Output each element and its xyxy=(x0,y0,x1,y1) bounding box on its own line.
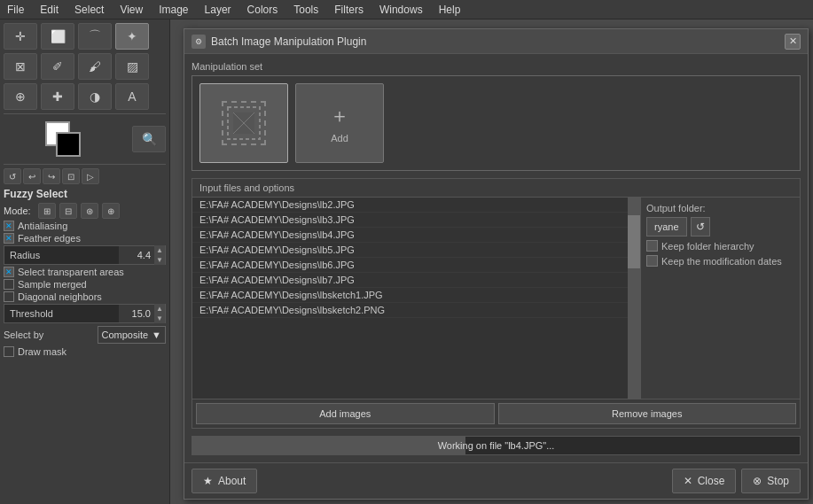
tool-lasso[interactable]: ⌒ xyxy=(78,23,112,50)
menu-tools[interactable]: Tools xyxy=(290,2,322,18)
tool-grid-2: ⊠ ✐ 🖌 ▨ xyxy=(4,53,166,80)
stop-button[interactable]: ⊗ Stop xyxy=(741,469,801,493)
ctrl-expand[interactable]: ▷ xyxy=(82,168,99,184)
threshold-spin[interactable]: ▲ ▼ xyxy=(154,304,165,323)
transparent-row: ✕ Select transparent areas xyxy=(4,267,166,277)
close-button-label: Close xyxy=(698,475,725,487)
threshold-row: Threshold 15.0 ▲ ▼ xyxy=(4,304,166,323)
diagonal-label: Diagonal neighbors xyxy=(18,291,102,302)
output-folder-button[interactable]: ryane xyxy=(646,217,687,236)
manipulation-set-label: Manipulation set xyxy=(192,61,801,72)
dialog-title-text: Batch Image Manipulation Plugin xyxy=(211,35,366,48)
antialiasing-check[interactable]: ✕ xyxy=(4,221,14,231)
manipulation-item-1[interactable] xyxy=(199,83,288,163)
tool-move[interactable]: ✛ xyxy=(4,23,37,50)
menu-filters[interactable]: Filters xyxy=(331,2,367,18)
radius-value[interactable]: 4.4 xyxy=(119,246,154,264)
add-manipulation-button[interactable]: ＋ Add xyxy=(295,83,384,163)
file-item-8[interactable]: E:\FA# ACADEMY\Designs\lbsketch2.PNG xyxy=(192,303,628,318)
file-item-5[interactable]: E:\FA# ACADEMY\Designs\lb6.JPG xyxy=(192,258,628,273)
file-item-6[interactable]: E:\FA# ACADEMY\Designs\lb7.JPG xyxy=(192,273,628,288)
feather-label: Feather edges xyxy=(18,233,81,244)
add-icon: ＋ xyxy=(330,103,349,129)
scrollbar-thumb[interactable] xyxy=(628,215,640,268)
tool-dodge[interactable]: ◑ xyxy=(78,83,112,110)
tool-rect-select[interactable]: ⬜ xyxy=(41,23,74,50)
mode-btn-4[interactable]: ⊕ xyxy=(102,203,120,219)
sample-check[interactable] xyxy=(4,279,14,290)
input-content: E:\FA# ACADEMY\Designs\lb2.JPG E:\FA# AC… xyxy=(192,198,800,399)
file-item-3[interactable]: E:\FA# ACADEMY\Designs\lb4.JPG xyxy=(192,228,628,243)
tool-crop[interactable]: ⊠ xyxy=(4,53,37,80)
radius-spin[interactable]: ▲ ▼ xyxy=(154,245,165,265)
threshold-up[interactable]: ▲ xyxy=(154,304,165,314)
tool-zoom[interactable]: 🔍 xyxy=(132,126,166,152)
threshold-value[interactable]: 15.0 xyxy=(119,305,154,322)
file-item-2[interactable]: E:\FA# ACADEMY\Designs\lb3.JPG xyxy=(192,213,628,228)
about-button[interactable]: ★ About xyxy=(192,469,257,493)
draw-mask-check[interactable] xyxy=(4,346,14,357)
dialog-close-button[interactable]: ✕ xyxy=(785,34,801,50)
file-item-4[interactable]: E:\FA# ACADEMY\Designs\lb5.JPG xyxy=(192,243,628,258)
tool-clone[interactable]: ⊕ xyxy=(4,83,37,110)
menu-colors[interactable]: Colors xyxy=(244,2,282,18)
threshold-down[interactable]: ▼ xyxy=(154,314,165,323)
radius-up[interactable]: ▲ xyxy=(154,245,165,255)
mode-btn-3[interactable]: ⊛ xyxy=(81,203,98,219)
ctrl-window[interactable]: ⊡ xyxy=(62,168,80,184)
keep-folder-check[interactable] xyxy=(646,240,658,252)
dialog-title-icon: ⚙ xyxy=(192,35,206,49)
select-by-arrow: ▼ xyxy=(152,330,161,340)
mode-btn-2[interactable]: ⊟ xyxy=(59,203,77,219)
stop-icon: ⊗ xyxy=(753,475,762,487)
keep-folder-row: Keep folder hierarchy xyxy=(646,240,794,252)
tool-path[interactable]: ✐ xyxy=(41,53,74,80)
menu-layer[interactable]: Layer xyxy=(201,2,235,18)
radius-down[interactable]: ▼ xyxy=(154,255,165,265)
file-item-7[interactable]: E:\FA# ACADEMY\Designs\lbsketch1.JPG xyxy=(192,288,628,303)
feather-check[interactable]: ✕ xyxy=(4,233,14,244)
feather-row: ✕ Feather edges xyxy=(4,233,166,244)
output-folder-label: Output folder: xyxy=(646,203,794,213)
background-color[interactable] xyxy=(56,132,81,157)
dialog-titlebar: ⚙ Batch Image Manipulation Plugin ✕ xyxy=(184,29,808,54)
transparent-check[interactable]: ✕ xyxy=(4,267,14,277)
menu-windows[interactable]: Windows xyxy=(376,2,426,18)
keep-dates-check[interactable] xyxy=(646,255,658,267)
file-item-1[interactable]: E:\FA# ACADEMY\Designs\lb2.JPG xyxy=(192,198,628,213)
ctrl-reset[interactable]: ↺ xyxy=(4,168,21,184)
ctrl-undo[interactable]: ↩ xyxy=(23,168,41,184)
menu-view[interactable]: View xyxy=(116,2,146,18)
tool-gradient[interactable]: ▨ xyxy=(115,53,149,80)
select-by-value: Composite xyxy=(102,330,149,340)
output-folder-refresh-button[interactable]: ↺ xyxy=(691,217,710,236)
tool-grid-3: ⊕ ✚ ◑ A xyxy=(4,83,166,110)
menu-help[interactable]: Help xyxy=(435,2,465,18)
tool-paint[interactable]: 🖌 xyxy=(78,53,112,80)
color-swatch[interactable] xyxy=(45,121,81,157)
keep-folder-label: Keep folder hierarchy xyxy=(661,241,754,252)
toolbar-divider-1 xyxy=(4,113,166,114)
file-list-scrollbar[interactable] xyxy=(628,198,640,399)
tool-heal[interactable]: ✚ xyxy=(41,83,74,110)
about-star-icon: ★ xyxy=(203,475,213,487)
diagonal-check[interactable] xyxy=(4,291,14,302)
ctrl-redo[interactable]: ↪ xyxy=(43,168,60,184)
add-images-button[interactable]: Add images xyxy=(196,403,495,424)
select-by-dropdown[interactable]: Composite ▼ xyxy=(98,326,166,344)
toolbar-panel: ✛ ⬜ ⌒ ✦ ⊠ ✐ 🖌 ▨ ⊕ ✚ ◑ A 🔍 xyxy=(0,19,170,504)
menu-file[interactable]: File xyxy=(4,2,27,18)
dialog-body: Manipulation set xyxy=(184,54,808,462)
close-button[interactable]: ✕ Close xyxy=(672,469,737,493)
radius-row: Radius 4.4 ▲ ▼ xyxy=(4,245,166,265)
menu-edit[interactable]: Edit xyxy=(36,2,62,18)
remove-images-button[interactable]: Remove images xyxy=(498,403,797,424)
tool-fuzzy-select[interactable]: ✦ xyxy=(115,23,149,50)
toolbar-controls: ↺ ↩ ↪ ⊡ ▷ xyxy=(4,168,166,184)
mode-btn-1[interactable]: ⊞ xyxy=(38,203,56,219)
menu-image[interactable]: Image xyxy=(155,2,192,18)
file-list[interactable]: E:\FA# ACADEMY\Designs\lb2.JPG E:\FA# AC… xyxy=(192,198,628,399)
menu-select[interactable]: Select xyxy=(71,2,107,18)
add-label: Add xyxy=(331,133,348,143)
tool-text[interactable]: A xyxy=(115,83,149,110)
